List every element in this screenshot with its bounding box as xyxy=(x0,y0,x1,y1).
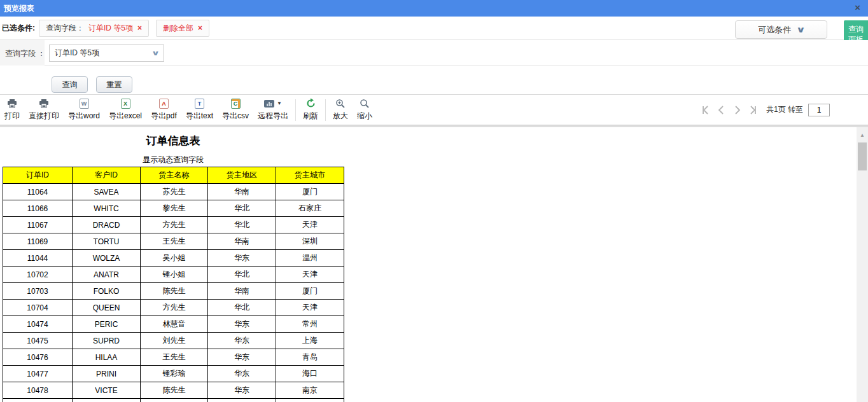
cell-shipper-name: 王先生 xyxy=(141,349,208,366)
export-text-button[interactable]: T 导出text xyxy=(181,96,218,124)
prev-page-icon[interactable] xyxy=(717,105,727,115)
header-order-id: 订单ID xyxy=(3,167,73,184)
cell-shipper-name: 黎先生 xyxy=(141,200,208,217)
report-preview-window: 预览报表 × 已选条件: 查询字段： 订单ID 等5项 × 删除全部 × 可选条… xyxy=(0,0,868,402)
cell-shipper-city: 厦门 xyxy=(276,184,344,200)
cell-order-id: 10702 xyxy=(3,267,73,283)
optional-conditions-button[interactable]: 可选条件 ∨ xyxy=(735,20,827,39)
export-word-label: 导出word xyxy=(68,111,100,121)
scrollbar-up-icon[interactable]: ▲ xyxy=(857,132,868,138)
export-word-button[interactable]: W 导出word xyxy=(64,96,104,124)
cell-shipper-region: 华东 xyxy=(208,382,276,399)
zoom-out-label: 缩小 xyxy=(357,111,372,121)
table-row: 10704 QUEEN 方先生 华北 天津 xyxy=(3,300,344,316)
table-row: 10475 SUPRD 刘先生 华东 上海 xyxy=(3,333,344,349)
condition-tag-query-fields[interactable]: 查询字段： 订单ID 等5项 × xyxy=(39,20,149,37)
header-customer-id: 客户ID xyxy=(73,167,141,184)
zoom-in-button[interactable]: 放大 xyxy=(328,96,353,124)
first-page-icon[interactable] xyxy=(701,105,711,115)
window-title: 预览报表 xyxy=(0,3,34,14)
action-button-row: 查询 重置 xyxy=(0,66,868,94)
table-row: 10474 PERIC 林慧音 华东 常州 xyxy=(3,316,344,333)
cell-customer-id: TORTU xyxy=(73,233,141,250)
cell-shipper-city: 青岛 xyxy=(276,349,344,366)
cell-shipper-region: 华北 xyxy=(208,267,276,283)
titlebar: 预览报表 × xyxy=(0,0,868,17)
condition-tag-delete-all[interactable]: 删除全部 × xyxy=(156,20,209,37)
cell-order-id: 11067 xyxy=(3,217,73,233)
cell-shipper-city: 温州 xyxy=(276,250,344,267)
direct-print-button[interactable]: 直接打印 xyxy=(24,96,64,124)
optional-conditions-label: 可选条件 xyxy=(758,24,791,36)
cell-shipper-region xyxy=(208,399,276,402)
toolbar-separator xyxy=(295,99,296,121)
cell-shipper-city: 深圳 xyxy=(276,233,344,250)
last-page-icon[interactable] xyxy=(747,105,757,115)
page-number-input[interactable] xyxy=(808,104,830,116)
cell-customer-id xyxy=(73,399,141,402)
header-shipper-name: 货主名称 xyxy=(141,167,208,184)
export-excel-button[interactable]: X 导出excel xyxy=(104,96,146,124)
selected-conditions-label: 已选条件: xyxy=(0,23,39,34)
cell-shipper-region: 华南 xyxy=(208,283,276,300)
report-title: 订单信息表 xyxy=(3,134,344,148)
zoom-in-icon xyxy=(335,98,346,109)
cell-customer-id: PERIC xyxy=(73,316,141,333)
cell-shipper-region: 华北 xyxy=(208,217,276,233)
caret-down-icon: ▼ xyxy=(277,100,282,106)
export-csv-button[interactable]: C 导出csv xyxy=(218,96,253,124)
table-row: 11064 SAVEA 苏先生 华南 厦门 xyxy=(3,184,344,200)
remove-all-icon[interactable]: × xyxy=(198,24,202,32)
cell-order-id: 10474 xyxy=(3,316,73,333)
query-button[interactable]: 查询 xyxy=(52,76,88,93)
cell-shipper-city: 南京 xyxy=(276,382,344,399)
pdf-file-icon: A xyxy=(159,98,169,109)
table-body: 11064 SAVEA 苏先生 华南 厦门 11066 WHITC 黎先生 华北… xyxy=(3,184,344,402)
refresh-button[interactable]: 刷新 xyxy=(298,96,323,124)
cell-shipper-region: 华北 xyxy=(208,200,276,217)
export-text-label: 导出text xyxy=(186,111,213,121)
close-icon[interactable]: × xyxy=(855,2,860,13)
remove-condition-icon[interactable]: × xyxy=(137,24,142,32)
zoom-in-label: 放大 xyxy=(333,111,348,121)
dropdown-selected-value: 订单ID 等5项 xyxy=(55,48,99,59)
export-excel-label: 导出excel xyxy=(109,111,142,121)
zoom-out-button[interactable]: 缩小 xyxy=(353,96,377,124)
cell-shipper-name: 吴小姐 xyxy=(141,250,208,267)
cell-order-id: 10477 xyxy=(3,366,73,382)
reset-button[interactable]: 重置 xyxy=(96,76,132,93)
next-page-icon[interactable] xyxy=(732,105,742,115)
print-button[interactable]: 打印 xyxy=(0,96,24,124)
pagination-controls: 共1页 转至 xyxy=(701,94,830,125)
cell-customer-id: PRINI xyxy=(73,366,141,382)
table-row xyxy=(3,399,344,402)
scrollbar-thumb[interactable] xyxy=(858,142,867,170)
table-row: 10702 ANATR 锺小姐 华北 天津 xyxy=(3,267,344,283)
tag-value: 订单ID 等5项 xyxy=(88,23,133,34)
cell-customer-id: QUEEN xyxy=(73,300,141,316)
page-total-text: 共1页 转至 xyxy=(766,104,803,115)
cell-order-id: 10704 xyxy=(3,300,73,316)
table-header-row: 订单ID 客户ID 货主名称 货主地区 货主城市 xyxy=(3,167,344,184)
tag-value: 删除全部 xyxy=(163,23,193,34)
chevron-down-icon: ∨ xyxy=(796,25,806,34)
export-pdf-button[interactable]: A 导出pdf xyxy=(146,96,181,124)
cell-shipper-name: 王先生 xyxy=(141,233,208,250)
selected-conditions-bar: 已选条件: 查询字段： 订单ID 等5项 × 删除全部 × 可选条件 ∨ xyxy=(0,17,868,40)
cell-shipper-city: 海口 xyxy=(276,366,344,382)
cell-shipper-name: 苏先生 xyxy=(141,184,208,200)
query-field-dropdown[interactable]: 订单ID 等5项 ∨ xyxy=(49,45,164,62)
cell-shipper-name: 陈先生 xyxy=(141,382,208,399)
query-panel-label-line1: 查询 xyxy=(844,24,868,34)
cell-customer-id: FOLKO xyxy=(73,283,141,300)
cell-shipper-region: 华北 xyxy=(208,300,276,316)
header-shipper-city: 货主城市 xyxy=(276,167,344,184)
csv-file-icon: C xyxy=(231,98,241,109)
cell-shipper-name: 刘先生 xyxy=(141,333,208,349)
cell-shipper-name: 陈先生 xyxy=(141,283,208,300)
export-pdf-label: 导出pdf xyxy=(151,111,177,121)
remote-export-label: 远程导出 xyxy=(258,111,288,121)
table-row: 10477 PRINI 锺彩瑜 华东 海口 xyxy=(3,366,344,382)
vertical-scrollbar[interactable]: ▲ xyxy=(857,127,868,402)
remote-export-button[interactable]: ▼ 远程导出 xyxy=(253,96,293,124)
